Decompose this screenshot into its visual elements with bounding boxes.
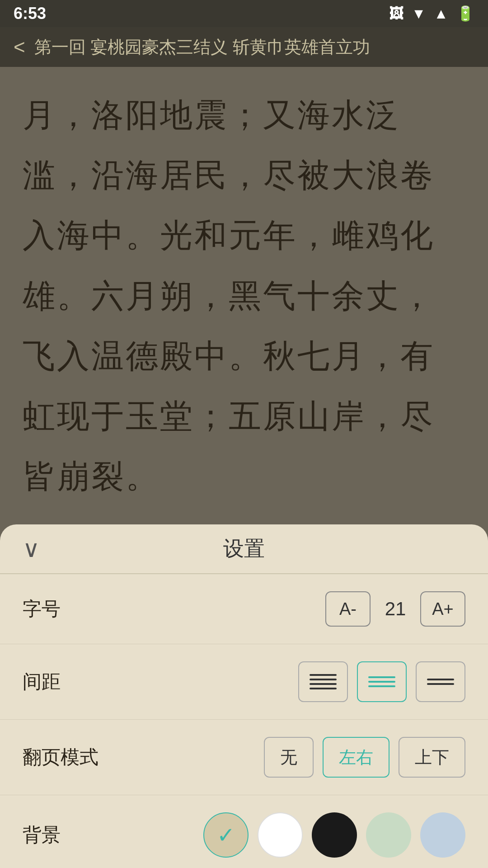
signal-icon: ▲ [434,5,448,22]
chapter-title: 第一回 宴桃园豪杰三结义 斩黄巾英雄首立功 [34,36,474,59]
line2 [310,679,337,680]
page-mode-label: 翻页模式 [23,745,264,770]
bg-color-black[interactable] [312,812,357,858]
spacing-dense-button[interactable] [298,661,348,702]
font-increase-button[interactable]: A+ [420,591,465,627]
status-icons: 🖼 ▼ ▲ 🔋 [389,5,474,22]
spacing-controls [298,661,465,702]
page-mode-lr-button[interactable]: 左右 [323,737,389,778]
spacing-dense-icon [310,674,337,689]
settings-close-button[interactable]: ∨ [23,535,40,562]
wifi-icon: ▼ [412,5,426,22]
background-label: 背景 [23,822,203,848]
line2 [427,683,454,685]
page-mode-controls: 无 左右 上下 [264,737,465,778]
bg-color-beige[interactable]: ✓ [203,812,249,858]
settings-panel: ∨ 设置 字号 A- 21 A+ 间距 [0,524,488,868]
spacing-medium-icon [368,676,395,687]
spacing-row: 间距 [0,644,488,720]
settings-title: 设置 [223,535,265,563]
line3 [368,685,395,687]
battery-icon: 🔋 [456,5,474,22]
font-decrease-button[interactable]: A- [325,591,371,627]
line1 [310,674,337,676]
reader-text: 月，洛阳地震；又海水泛滥，沿海居民，尽被大浪卷入海中。光和元年，雌鸡化雄。六月朔… [23,85,465,506]
spacing-loose-button[interactable] [416,661,465,702]
image-icon: 🖼 [389,5,404,22]
line3 [310,683,337,685]
page-mode-ud-button[interactable]: 上下 [399,737,465,778]
page-mode-row: 翻页模式 无 左右 上下 [0,720,488,795]
bg-color-green[interactable] [366,812,411,858]
font-size-row: 字号 A- 21 A+ [0,574,488,644]
line2 [368,681,395,683]
spacing-medium-button[interactable] [357,661,407,702]
line1 [368,676,395,678]
settings-header: ∨ 设置 [0,524,488,574]
page-mode-none-button[interactable]: 无 [264,737,314,778]
check-icon: ✓ [217,822,235,848]
spacing-loose-icon [427,679,454,685]
spacing-label: 间距 [23,669,298,694]
background-row: 背景 ✓ [0,795,488,868]
font-size-controls: A- 21 A+ [325,591,465,627]
status-time: 6:53 [14,4,46,23]
font-size-label: 字号 [23,596,325,622]
bg-color-blue[interactable] [420,812,465,858]
line1 [427,679,454,680]
back-button[interactable]: < [14,36,25,58]
line4 [310,688,337,689]
background-controls: ✓ [203,812,465,858]
status-bar: 6:53 🖼 ▼ ▲ 🔋 [0,0,488,27]
font-size-value: 21 [380,598,411,620]
reader-content: 月，洛阳地震；又海水泛滥，沿海居民，尽被大浪卷入海中。光和元年，雌鸡化雄。六月朔… [0,67,488,524]
bg-color-white[interactable] [258,812,303,858]
nav-bar: < 第一回 宴桃园豪杰三结义 斩黄巾英雄首立功 [0,27,488,67]
